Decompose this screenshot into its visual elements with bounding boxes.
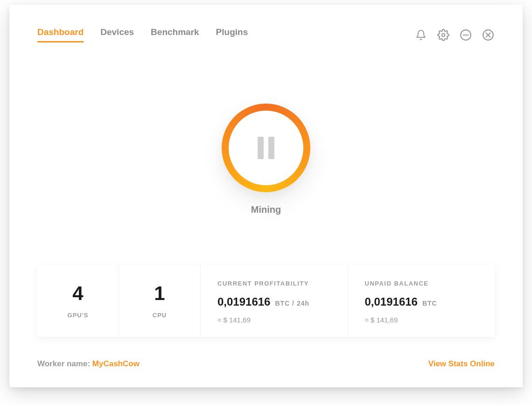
worker-name-container: Worker name: MyCashCow (37, 359, 140, 369)
window-controls (414, 28, 495, 42)
stat-card-profitability: CURRENT PROFITABILITY 0,0191616 BTC / 24… (201, 265, 348, 337)
mining-toggle-button[interactable] (222, 104, 310, 192)
footer-row: Worker name: MyCashCow View Stats Online (37, 359, 495, 369)
tab-devices[interactable]: Devices (100, 27, 134, 42)
balance-heading: UNPAID BALANCE (365, 280, 478, 287)
gpu-label: GPU'S (68, 312, 89, 319)
app-window: Dashboard Devices Benchmark Plugins (9, 5, 523, 387)
bell-icon[interactable] (414, 28, 427, 42)
profitability-value-row: 0,0191616 BTC / 24h (217, 295, 331, 308)
profitability-usd: ≈ $ 141,69 (217, 316, 331, 324)
top-bar: Dashboard Devices Benchmark Plugins (37, 27, 495, 42)
stat-card-gpu: 4 GPU'S (37, 265, 119, 337)
stat-card-cpu: 1 CPU (119, 265, 201, 337)
balance-unit: BTC (422, 300, 437, 307)
mining-ring (222, 104, 310, 192)
profitability-heading: CURRENT PROFITABILITY (217, 280, 331, 287)
tab-dashboard[interactable]: Dashboard (37, 27, 84, 42)
mining-status-label: Mining (251, 204, 281, 215)
worker-name: MyCashCow (92, 359, 140, 368)
tab-benchmark[interactable]: Benchmark (151, 27, 199, 42)
minimize-icon[interactable] (459, 28, 472, 42)
balance-value-row: 0,0191616 BTC (365, 295, 478, 308)
mining-area: Mining (37, 72, 495, 246)
balance-value: 0,0191616 (365, 295, 418, 308)
pause-icon (258, 137, 274, 159)
cpu-label: CPU (153, 312, 167, 319)
balance-usd: ≈ $ 141,69 (365, 316, 478, 324)
svg-point-0 (442, 33, 445, 36)
profitability-value: 0,0191616 (217, 295, 270, 308)
close-icon[interactable] (482, 28, 495, 42)
cpu-count: 1 (154, 284, 165, 303)
worker-label: Worker name: (37, 359, 92, 368)
view-stats-online-link[interactable]: View Stats Online (428, 359, 495, 369)
tab-plugins[interactable]: Plugins (216, 27, 248, 42)
profitability-unit: BTC / 24h (275, 300, 309, 307)
gear-icon[interactable] (437, 28, 450, 42)
mining-ring-inner (229, 111, 303, 185)
stats-row: 4 GPU'S 1 CPU CURRENT PROFITABILITY 0,01… (37, 265, 495, 337)
nav-tabs: Dashboard Devices Benchmark Plugins (37, 27, 248, 42)
stat-card-balance: UNPAID BALANCE 0,0191616 BTC ≈ $ 141,69 (348, 265, 495, 337)
gpu-count: 4 (72, 284, 83, 303)
